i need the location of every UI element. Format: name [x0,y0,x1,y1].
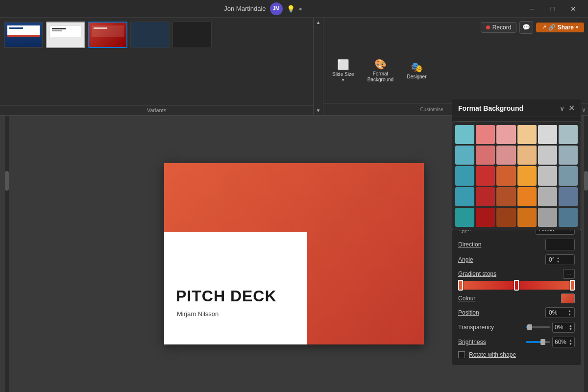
preset-swatch-2-3[interactable] [517,166,537,185]
preset-swatch-0-3[interactable] [517,125,537,144]
position-up-icon[interactable]: ▲ [568,309,571,313]
preset-swatch-0-0[interactable] [455,125,474,144]
slide-title: PITCH DECK [176,287,277,305]
theme-thumb-2[interactable] [46,22,85,48]
format-bg-button[interactable]: 🎨 Format Background [361,56,400,85]
preset-swatch-4-5[interactable] [559,208,578,227]
preset-swatch-4-4[interactable] [538,208,557,227]
format-bg-icon: 🎨 [374,58,387,70]
preset-swatch-0-1[interactable] [476,125,495,144]
preset-swatch-2-4[interactable] [538,166,557,185]
preset-swatch-1-1[interactable] [476,146,495,165]
slide-author: Mirjam Nilsson [177,310,219,318]
preset-swatch-4-0[interactable] [455,208,474,227]
preset-swatch-2-2[interactable] [496,166,515,185]
gradient-stops-action[interactable]: ⋯ [563,269,575,279]
theme-thumb-3[interactable] [88,22,127,48]
comment-button[interactable]: 💬 [519,21,533,34]
scroll-up-icon[interactable]: ▲ [316,20,321,25]
preset-swatch-4-1[interactable] [476,208,495,227]
colour-swatch[interactable] [561,294,575,303]
preset-swatch-3-2[interactable] [496,187,515,206]
theme-thumb-1[interactable] [4,22,43,48]
transparency-up-icon[interactable]: ▲ [569,324,572,327]
brightness-up-icon[interactable]: ▲ [569,339,572,342]
slide-size-icon: ⬜ [337,59,349,71]
preset-swatch-3-4[interactable] [538,187,557,206]
preset-swatch-4-2[interactable] [496,208,515,227]
slide-size-button[interactable]: ⬜ Slide Size ▾ [327,57,359,84]
preset-swatch-0-2[interactable] [496,125,515,144]
preset-swatch-3-0[interactable] [455,187,474,206]
transparency-value: 0% [555,324,563,331]
panel-header: Format Background ∨ ✕ [452,98,581,117]
direction-row: Direction [458,239,575,250]
preset-swatch-0-4[interactable] [538,125,557,144]
preset-swatch-3-3[interactable] [517,187,537,206]
brightness-down-icon[interactable]: ▼ [569,342,572,345]
preset-swatch-1-4[interactable] [538,146,557,165]
comment-icon: 💬 [522,24,530,31]
slide-canvas: PITCH DECK Mirjam Nilsson [164,163,424,344]
preset-swatch-1-5[interactable] [559,146,578,165]
record-button[interactable]: Record [481,22,517,33]
theme-thumb-5[interactable] [172,22,212,48]
gradient-stops-label: Gradient stops [458,270,496,277]
close-button[interactable]: ✕ [564,1,582,17]
angle-value: 0° [549,256,554,263]
gradient-stop-3[interactable] [570,280,575,291]
minimize-button[interactable]: – [523,1,541,17]
transparency-thumb[interactable] [527,324,532,330]
gradient-stop-2[interactable] [514,280,519,291]
gradient-stop-1[interactable] [458,280,463,291]
angle-row: Angle 0° ▲ ▼ [458,254,575,265]
preset-swatch-1-2[interactable] [496,146,515,165]
ideas-icon: 💡 [287,5,295,13]
preset-swatch-2-5[interactable] [559,166,578,185]
angle-input[interactable]: 0° ▲ ▼ [545,254,575,265]
user-name: Jon Martindale [224,5,266,12]
panel-chevron-icon[interactable]: ∨ [560,104,564,112]
position-row: Position 0% ▲ ▼ [458,307,575,318]
angle-down-icon[interactable]: ▼ [556,260,560,263]
preset-swatch-1-3[interactable] [517,146,537,165]
format-bg-label: Format Background [366,71,395,83]
position-input[interactable]: 0% ▲ ▼ [545,307,575,318]
position-down-icon[interactable]: ▼ [568,313,571,316]
theme-thumb-4[interactable] [130,22,170,48]
preset-swatch-4-3[interactable] [517,208,537,227]
share-button[interactable]: ↗ 🔗 Share ▾ [536,23,584,32]
colour-row: Colour [458,294,575,303]
user-avatar: JM [270,2,283,15]
designer-icon: 🎭 [411,61,423,73]
position-label: Position [458,309,545,316]
preset-swatch-2-0[interactable] [455,166,474,185]
angle-up-icon[interactable]: ▲ [556,256,560,260]
record-dot [486,25,490,29]
preset-swatch-0-5[interactable] [559,125,578,144]
preset-swatch-3-5[interactable] [559,187,578,206]
right-scrollbar[interactable] [584,116,588,392]
slide-size-arrow: ▾ [342,78,344,82]
brightness-input[interactable]: 60% ▲ ▼ [552,337,575,347]
rotate-label: Rotate with shape [469,351,516,358]
rotate-with-shape-option[interactable]: Rotate with shape [458,351,575,358]
slide-left-scrollbar[interactable] [5,116,9,392]
direction-control[interactable] [545,239,575,250]
preset-swatch-2-1[interactable] [476,166,495,185]
brightness-thumb[interactable] [540,339,545,345]
scroll-down-icon[interactable]: ▼ [316,108,321,113]
designer-button[interactable]: 🎭 Designer [402,59,431,81]
designer-label: Designer [407,74,426,79]
maximize-button[interactable]: □ [544,1,562,17]
share-icon: ↗ [542,24,546,30]
preset-swatch-3-1[interactable] [476,187,495,206]
transparency-slider[interactable] [526,326,550,328]
transparency-input[interactable]: 0% ▲ ▼ [552,322,575,333]
brightness-slider[interactable] [526,341,550,343]
gradient-slider-track[interactable] [458,281,575,290]
transparency-down-icon[interactable]: ▼ [569,327,572,331]
panel-close-icon[interactable]: ✕ [568,103,575,113]
share-chevron-icon: ▾ [576,24,578,30]
preset-swatch-1-0[interactable] [455,146,474,165]
